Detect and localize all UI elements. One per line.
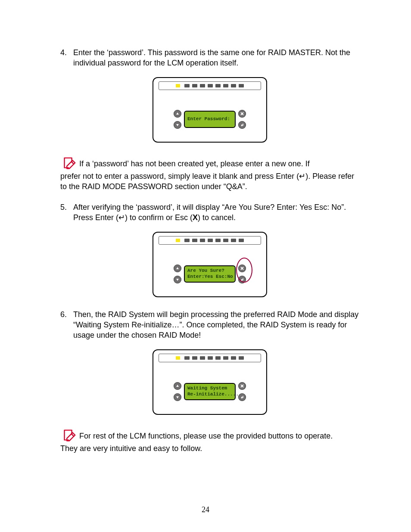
device-illustration-wait: Waiting System Re-initialize..... xyxy=(60,349,359,415)
esc-button-icon xyxy=(238,264,246,272)
vent-slot-icon xyxy=(215,356,221,360)
device-vent-row xyxy=(159,236,261,245)
vent-slot-icon xyxy=(215,84,221,87)
status-led-icon xyxy=(176,356,180,360)
step-4-text: Enter the ‘password’. This password is t… xyxy=(73,47,359,68)
left-button-column xyxy=(174,110,181,129)
note-2-rest: They are very intuitive and easy to foll… xyxy=(60,443,359,454)
down-button-icon xyxy=(174,276,181,283)
vent-slot-icon xyxy=(223,356,228,360)
up-button-icon xyxy=(174,110,181,118)
vent-slot-icon xyxy=(184,239,190,242)
vent-slot-icon xyxy=(239,239,244,242)
right-button-column xyxy=(238,110,246,129)
step-4-number: 4. xyxy=(60,47,73,68)
vent-slot-icon xyxy=(208,239,213,242)
vent-slot-icon xyxy=(239,84,244,87)
device-chassis: Waiting System Re-initialize..... xyxy=(153,349,267,415)
note-2-first-line: For rest of the LCM functions, please us… xyxy=(79,431,359,441)
device-illustration-confirm: Are You Sure? Enter:Yes Esc:No xyxy=(60,232,359,297)
pencil-note-icon xyxy=(60,427,77,442)
vent-slot-icon xyxy=(200,84,205,87)
vent-slot-icon xyxy=(231,239,236,242)
device-control-panel: Are You Sure? Enter:Yes Esc:No xyxy=(171,259,249,289)
down-button-icon xyxy=(174,393,181,401)
enter-button-icon xyxy=(238,276,246,283)
step-5-suffix: ) to cancel. xyxy=(198,213,236,222)
device-illustration-password: Enter Password: xyxy=(60,77,359,143)
device-control-panel: Enter Password: xyxy=(171,105,249,134)
step-5-number: 5. xyxy=(60,202,73,223)
esc-button-icon xyxy=(238,382,246,390)
vent-slot-icon xyxy=(231,356,236,360)
down-button-icon xyxy=(174,121,181,129)
page-number: 24 xyxy=(0,504,411,515)
vent-slot-icon xyxy=(215,239,221,242)
step-6: 6. Then, the RAID System will begin proc… xyxy=(60,309,359,341)
vent-slot-icon xyxy=(192,239,197,242)
enter-button-icon xyxy=(238,393,246,401)
status-led-icon xyxy=(176,239,180,242)
vent-slot-icon xyxy=(192,356,197,360)
lcd-line-1: Are You Sure? xyxy=(187,268,232,274)
device-control-panel: Waiting System Re-initialize..... xyxy=(171,377,249,406)
pencil-note-icon xyxy=(60,155,77,169)
note-1: If a ‘password’ has not been created yet… xyxy=(60,155,359,192)
vent-slot-icon xyxy=(184,356,190,360)
lcd-line-1: Waiting System xyxy=(187,386,232,392)
enter-button-icon xyxy=(238,121,246,129)
lcd-screen: Are You Sure? Enter:Yes Esc:No xyxy=(184,265,236,283)
status-led-icon xyxy=(176,84,180,87)
up-button-icon xyxy=(174,382,181,390)
step-6-number: 6. xyxy=(60,309,73,341)
vent-slot-icon xyxy=(200,356,205,360)
note-1-rest: prefer not to enter a password, simply l… xyxy=(60,171,359,192)
vent-slot-icon xyxy=(223,239,228,242)
note-2: For rest of the LCM functions, please us… xyxy=(60,427,359,454)
step-6-text: Then, the RAID System will begin process… xyxy=(73,309,359,341)
lcd-line-1: Enter Password: xyxy=(187,116,232,122)
device-vent-row xyxy=(159,81,261,90)
lcd-screen: Waiting System Re-initialize..... xyxy=(184,383,236,400)
lcd-line-2: Re-initialize..... xyxy=(187,392,232,398)
vent-slot-icon xyxy=(208,84,213,87)
vent-slot-icon xyxy=(239,356,244,360)
vent-slot-icon xyxy=(231,84,236,87)
note-1-first-line: If a ‘password’ has not been created yet… xyxy=(79,159,359,169)
left-button-column xyxy=(174,264,181,283)
step-5: 5. After verifying the ‘password’, it wi… xyxy=(60,202,359,223)
step-4: 4. Enter the ‘password’. This password i… xyxy=(60,47,359,68)
left-button-column xyxy=(174,382,181,401)
document-page: 4. Enter the ‘password’. This password i… xyxy=(0,0,411,532)
vent-slot-icon xyxy=(208,356,213,360)
device-vent-row xyxy=(159,354,261,362)
right-button-column xyxy=(238,382,246,401)
up-button-icon xyxy=(174,264,181,272)
lcd-screen: Enter Password: xyxy=(184,111,236,128)
esc-button-icon xyxy=(238,110,246,118)
device-chassis: Enter Password: xyxy=(153,77,267,143)
step-5-bold-x: X xyxy=(193,213,198,222)
lcd-line-2: Enter:Yes Esc:No xyxy=(187,274,232,280)
step-5-text: After verifying the ‘password’, it will … xyxy=(73,202,359,223)
vent-slot-icon xyxy=(200,239,205,242)
vent-slot-icon xyxy=(223,84,228,87)
vent-slot-icon xyxy=(184,84,190,87)
vent-slot-icon xyxy=(192,84,197,87)
device-chassis: Are You Sure? Enter:Yes Esc:No xyxy=(153,232,267,297)
right-button-column xyxy=(238,264,246,283)
